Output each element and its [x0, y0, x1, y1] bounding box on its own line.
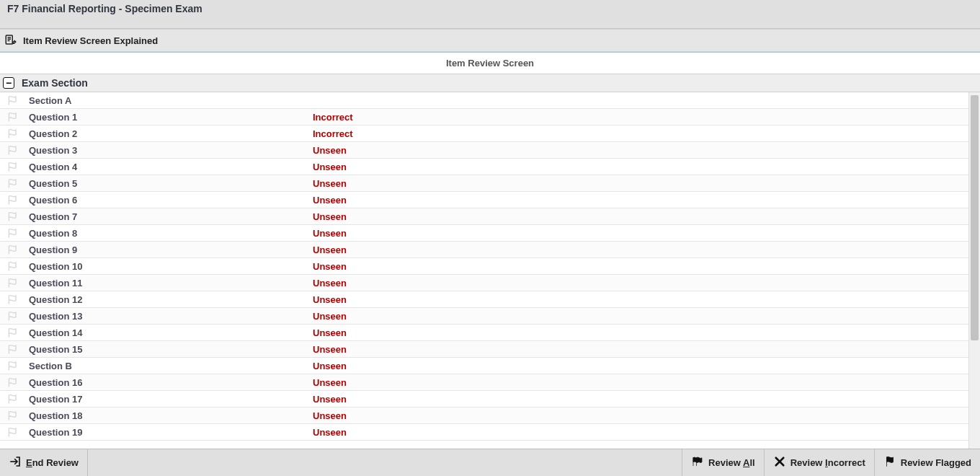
review-flagged-button[interactable]: Review Flagged [875, 449, 980, 476]
explain-icon [4, 33, 17, 48]
table-row[interactable]: Question 11Unseen [0, 275, 968, 291]
flag-outline-icon[interactable] [0, 360, 26, 371]
table-row[interactable]: Section A [0, 92, 968, 109]
row-status: Unseen [313, 244, 968, 255]
x-icon [773, 455, 786, 470]
row-status: Unseen [313, 162, 968, 172]
row-status: Unseen [313, 294, 968, 305]
row-status: Unseen [313, 344, 968, 355]
flag-outline-icon[interactable] [0, 144, 26, 156]
row-name: Question 9 [26, 244, 313, 255]
flag-outline-icon[interactable] [0, 410, 26, 421]
flags-all-icon [691, 455, 704, 470]
row-status: Unseen [313, 311, 968, 322]
row-name: Question 4 [26, 162, 313, 172]
row-name: Question 18 [26, 410, 313, 421]
row-name: Question 12 [26, 294, 313, 305]
table-row[interactable]: Question 4Unseen [0, 159, 968, 175]
table-row[interactable]: Question 6Unseen [0, 192, 968, 208]
flag-outline-icon[interactable] [0, 426, 26, 438]
end-review-label: End Review [26, 457, 79, 468]
table-row[interactable]: Question 12Unseen [0, 291, 968, 308]
row-name: Question 19 [26, 427, 313, 438]
table-row[interactable]: Section BUnseen [0, 358, 968, 374]
row-name: Question 14 [26, 327, 313, 338]
footer-spacer [88, 449, 682, 476]
row-status: Unseen [313, 261, 968, 272]
table-row[interactable]: Question 10Unseen [0, 258, 968, 275]
screen-title-row: Item Review Screen [0, 52, 980, 74]
footer-bar: End Review Review All Review Incorrect R… [0, 449, 980, 476]
section-header-label: Exam Section [22, 77, 88, 89]
row-status: Unseen [313, 327, 968, 338]
row-name: Question 8 [26, 228, 313, 239]
minus-icon: − [6, 78, 12, 88]
row-name: Question 5 [26, 178, 313, 189]
row-name: Question 10 [26, 261, 313, 272]
table-row[interactable]: Question 7Unseen [0, 208, 968, 225]
end-review-button[interactable]: End Review [0, 449, 88, 476]
table-row[interactable]: Question 13Unseen [0, 308, 968, 325]
exit-icon [9, 455, 22, 470]
table-row[interactable]: Question 17Unseen [0, 391, 968, 407]
table-row[interactable]: Question 8Unseen [0, 225, 968, 242]
flag-outline-icon[interactable] [0, 244, 26, 255]
row-status: Unseen [313, 427, 968, 438]
row-name: Question 17 [26, 394, 313, 405]
row-status: Unseen [313, 410, 968, 421]
flag-outline-icon[interactable] [0, 128, 26, 139]
row-status: Unseen [313, 278, 968, 288]
flag-outline-icon[interactable] [0, 94, 26, 106]
flag-outline-icon[interactable] [0, 310, 26, 322]
row-status: Unseen [313, 377, 968, 388]
scrollbar-thumb[interactable] [971, 95, 979, 340]
table-row[interactable]: Question 14Unseen [0, 325, 968, 341]
flag-icon [883, 455, 896, 470]
flag-outline-icon[interactable] [0, 277, 26, 288]
row-name: Question 11 [26, 278, 313, 288]
review-list: Section AQuestion 1IncorrectQuestion 2In… [0, 92, 968, 449]
row-name: Question 16 [26, 377, 313, 388]
row-name: Question 1 [26, 112, 313, 123]
flag-outline-icon[interactable] [0, 343, 26, 355]
flag-outline-icon[interactable] [0, 260, 26, 272]
scrollbar-vertical[interactable] [968, 92, 980, 449]
flag-outline-icon[interactable] [0, 227, 26, 239]
window-titlebar: F7 Financial Reporting - Specimen Exam [0, 0, 980, 29]
flag-outline-icon[interactable] [0, 111, 26, 123]
table-row[interactable]: Question 2Incorrect [0, 125, 968, 142]
table-row[interactable]: Question 18Unseen [0, 407, 968, 424]
collapse-toggle[interactable]: − [3, 77, 14, 89]
table-row[interactable]: Question 9Unseen [0, 242, 968, 258]
flag-outline-icon[interactable] [0, 327, 26, 338]
row-name: Section A [26, 95, 313, 106]
review-flagged-label: Review Flagged [901, 457, 971, 468]
table-row[interactable]: Question 16Unseen [0, 374, 968, 391]
review-all-button[interactable]: Review All [682, 449, 765, 476]
flag-outline-icon[interactable] [0, 376, 26, 388]
review-list-area: Section AQuestion 1IncorrectQuestion 2In… [0, 92, 980, 449]
flag-outline-icon[interactable] [0, 294, 26, 305]
flag-outline-icon[interactable] [0, 393, 26, 405]
row-name: Question 15 [26, 344, 313, 355]
row-status: Unseen [313, 145, 968, 156]
explain-bar[interactable]: Item Review Screen Explained [0, 29, 980, 52]
review-incorrect-button[interactable]: Review Incorrect [765, 449, 875, 476]
window-title: F7 Financial Reporting - Specimen Exam [7, 3, 202, 14]
flag-outline-icon[interactable] [0, 211, 26, 222]
screen-title: Item Review Screen [446, 58, 534, 69]
flag-outline-icon[interactable] [0, 194, 26, 206]
table-row[interactable]: Question 1Incorrect [0, 109, 968, 125]
table-row[interactable]: Question 15Unseen [0, 341, 968, 358]
explain-label: Item Review Screen Explained [23, 35, 158, 46]
flag-outline-icon[interactable] [0, 161, 26, 172]
row-status: Unseen [313, 178, 968, 189]
review-all-label: Review All [708, 457, 755, 468]
table-row[interactable]: Question 19Unseen [0, 424, 968, 441]
row-status: Incorrect [313, 128, 968, 139]
table-row[interactable]: Question 3Unseen [0, 142, 968, 159]
table-row[interactable]: Question 5Unseen [0, 175, 968, 192]
row-name: Question 13 [26, 311, 313, 322]
flag-outline-icon[interactable] [0, 177, 26, 189]
row-status: Unseen [313, 228, 968, 239]
